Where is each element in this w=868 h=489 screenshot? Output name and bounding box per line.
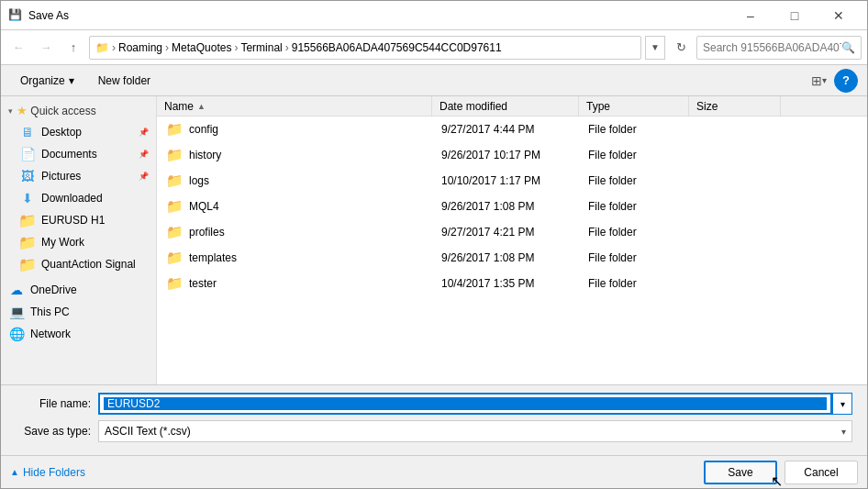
folder-icon: 📁: [166, 224, 184, 240]
sidebar-item-thispc[interactable]: 💻 This PC: [1, 301, 156, 323]
pictures-pin-icon: 📌: [139, 172, 149, 181]
column-type-label: Type: [586, 100, 610, 113]
bottom-bar: ▲ Hide Folders Save ↖ Cancel: [1, 455, 867, 488]
search-box[interactable]: 🔍: [696, 36, 862, 60]
filename-dropdown-button[interactable]: ▾: [832, 393, 852, 415]
documents-pin-icon: 📌: [139, 150, 149, 159]
column-header-name[interactable]: Name ▲: [157, 96, 432, 116]
minimize-button[interactable]: –: [729, 1, 772, 30]
window-icon: 💾: [8, 8, 23, 23]
file-list-area: Name ▲ Date modified Type Size 📁 config: [157, 96, 867, 384]
breadcrumb-terminal[interactable]: Terminal: [240, 41, 282, 54]
documents-icon: 📄: [19, 146, 36, 162]
cursor-indicator: ↖: [771, 472, 783, 490]
search-input[interactable]: [703, 41, 841, 54]
downloaded-icon: ⬇: [19, 190, 36, 206]
cancel-button[interactable]: Cancel: [785, 461, 858, 484]
column-header-type[interactable]: Type: [579, 96, 689, 116]
breadcrumb-roaming[interactable]: Roaming: [118, 41, 162, 54]
organize-button[interactable]: Organize ▾: [10, 69, 84, 93]
toolbar: Organize ▾ New folder ⊞ ▾ ?: [1, 65, 867, 96]
file-name: profiles: [189, 226, 225, 239]
filename-input-wrap: [98, 393, 832, 415]
filename-row: File name: ▾: [16, 393, 852, 415]
onedrive-icon: ☁: [8, 282, 25, 298]
close-button[interactable]: ✕: [818, 1, 860, 30]
quick-access-label: Quick access: [30, 105, 95, 117]
forward-button[interactable]: →: [34, 36, 58, 60]
table-row[interactable]: 📁 templates 9/26/2017 1:08 PM File folde…: [157, 245, 867, 271]
file-name: templates: [189, 251, 237, 264]
file-date: 9/27/2017 4:21 PM: [436, 226, 583, 239]
sidebar-item-onedrive[interactable]: ☁ OneDrive: [1, 279, 156, 301]
up-button[interactable]: ↑: [61, 36, 85, 60]
table-row[interactable]: 📁 MQL4 9/26/2017 1:08 PM File folder: [157, 194, 867, 219]
hide-folders-button[interactable]: ▲ Hide Folders: [10, 466, 85, 479]
back-button[interactable]: ←: [6, 36, 30, 60]
hide-folders-label: Hide Folders: [23, 466, 85, 479]
network-icon: 🌐: [8, 326, 25, 342]
desktop-pin-icon: 📌: [139, 128, 149, 137]
folder-icon: 📁: [166, 121, 184, 138]
view-button[interactable]: ⊞ ▾: [807, 69, 830, 93]
quick-access-header[interactable]: ▾ ★ Quick access: [1, 100, 156, 121]
file-date: 9/26/2017 10:17 PM: [436, 149, 583, 161]
sidebar-item-thispc-label: This PC: [30, 306, 70, 318]
sidebar-item-pictures-label: Pictures: [41, 170, 81, 183]
content-area: ▾ ★ Quick access 🖥 Desktop 📌 📄 Documents…: [1, 96, 867, 384]
filename-dropdown-arrow-icon: ▾: [840, 399, 845, 409]
file-date: 9/27/2017 4:44 PM: [436, 123, 583, 136]
column-header-date[interactable]: Date modified: [432, 96, 579, 116]
address-dropdown-button[interactable]: ▼: [645, 36, 665, 60]
file-type: File folder: [583, 200, 693, 213]
sidebar-item-desktop[interactable]: 🖥 Desktop 📌: [1, 121, 156, 143]
filename-label: File name:: [16, 397, 98, 410]
table-row[interactable]: 📁 profiles 9/27/2017 4:21 PM File folder: [157, 219, 867, 245]
help-button[interactable]: ?: [834, 69, 858, 93]
savetype-dropdown-arrow-icon: ▾: [841, 427, 846, 437]
file-type: File folder: [583, 149, 693, 161]
sidebar-item-pictures[interactable]: 🖼 Pictures 📌: [1, 165, 156, 187]
breadcrumb-metaquotes[interactable]: MetaQuotes: [172, 41, 231, 54]
desktop-icon: 🖥: [19, 124, 36, 140]
table-row[interactable]: 📁 logs 10/10/2017 1:17 PM File folder: [157, 168, 867, 194]
view-arrow-icon: ▾: [822, 75, 827, 85]
sidebar-item-eurusd-label: EURUSD H1: [41, 214, 105, 227]
column-date-label: Date modified: [440, 100, 507, 113]
table-row[interactable]: 📁 history 9/26/2017 10:17 PM File folder: [157, 142, 867, 168]
pictures-icon: 🖼: [19, 168, 36, 184]
quick-access-section: ▾ ★ Quick access 🖥 Desktop 📌 📄 Documents…: [1, 100, 156, 275]
new-folder-button[interactable]: New folder: [88, 69, 161, 93]
sidebar-item-network[interactable]: 🌐 Network: [1, 323, 156, 345]
file-name: tester: [189, 277, 217, 290]
sidebar-item-eurusd[interactable]: 📁 EURUSD H1: [1, 209, 156, 231]
new-folder-label: New folder: [98, 74, 150, 87]
folder-icon: 📁: [166, 275, 184, 292]
table-row[interactable]: 📁 tester 10/4/2017 1:35 PM File folder: [157, 271, 867, 296]
file-name: MQL4: [189, 200, 219, 213]
sidebar: ▾ ★ Quick access 🖥 Desktop 📌 📄 Documents…: [1, 96, 157, 384]
file-type: File folder: [583, 123, 693, 136]
sidebar-item-quantaction[interactable]: 📁 QuantAction Signal: [1, 253, 156, 275]
breadcrumb[interactable]: 📁 › Roaming › MetaQuotes › Terminal › 91…: [89, 36, 641, 60]
sidebar-item-network-label: Network: [30, 328, 71, 340]
savetype-dropdown[interactable]: ASCII Text (*.csv) ▾: [98, 420, 852, 442]
column-header-size[interactable]: Size: [689, 96, 781, 116]
table-row[interactable]: 📁 config 9/27/2017 4:44 PM File folder: [157, 117, 867, 142]
maximize-button[interactable]: □: [773, 1, 816, 30]
breadcrumb-hash[interactable]: 915566BA06ADA407569C544CC0D97611: [292, 41, 502, 54]
hide-folders-arrow-icon: ▲: [10, 467, 19, 477]
sidebar-item-desktop-label: Desktop: [41, 126, 82, 139]
sidebar-item-mywork[interactable]: 📁 My Work: [1, 231, 156, 253]
save-area: File name: ▾ Save as type: ASCII Text (*…: [1, 384, 867, 455]
folder-icon: 📁: [166, 172, 184, 189]
sort-arrow-icon: ▲: [197, 102, 206, 111]
sidebar-item-documents[interactable]: 📄 Documents 📌: [1, 143, 156, 165]
search-icon[interactable]: 🔍: [841, 41, 855, 54]
refresh-button[interactable]: ↻: [669, 36, 693, 60]
sidebar-item-downloaded[interactable]: ⬇ Downloaded: [1, 187, 156, 209]
column-size-label: Size: [696, 100, 718, 113]
filename-input[interactable]: [104, 397, 827, 410]
window-title: Save As: [28, 9, 729, 22]
save-button[interactable]: Save ↖: [704, 461, 777, 484]
